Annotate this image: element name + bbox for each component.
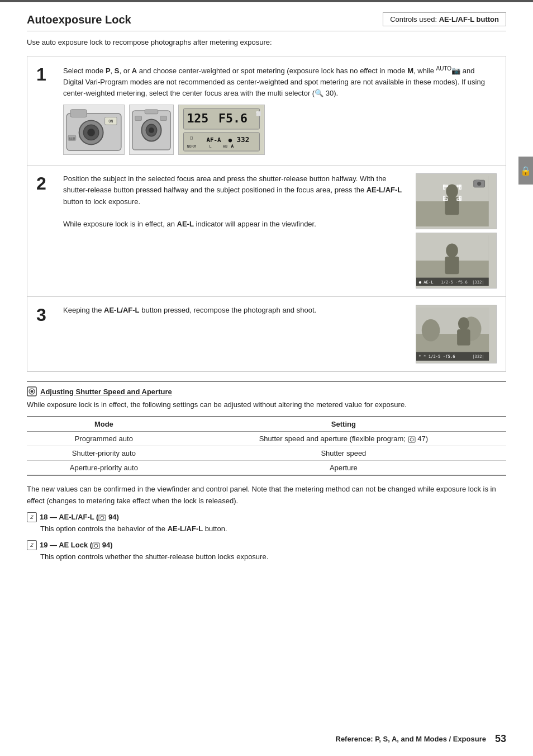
note-18-icon: Z [27, 512, 37, 522]
note-19-block: Z 19 — AE Lock ( 94) This option control… [27, 540, 506, 563]
svg-text:332: 332 [236, 136, 249, 144]
header-row: Autoexposure Lock Controls used: AE-L/AF… [27, 12, 506, 31]
svg-text:●: ● [229, 137, 232, 144]
step-3: 3 Keeping the AE-L/AF-L button pressed, … [27, 297, 506, 371]
right-tab: 🔒 [518, 157, 533, 185]
step-2-images: ● AE-L 1/2·5 ·f5.6 |332| [416, 173, 497, 289]
table-col2-header: Setting [181, 417, 506, 432]
svg-rect-45 [475, 180, 479, 182]
svg-text:● AE-L: ● AE-L [419, 280, 434, 285]
table-row-2-mode: Shutter-priority auto [27, 446, 181, 461]
controls-label: Controls used: [390, 15, 437, 23]
step-2: 2 Position the subject in the selected f… [27, 166, 506, 297]
svg-text:|332|: |332| [472, 355, 484, 360]
svg-text:A: A [231, 144, 234, 149]
note-18-header: Z 18 — AE-L/AF-L ( 94) [27, 512, 506, 522]
table-row-3-setting: Aperture [181, 461, 506, 476]
svg-rect-15 [160, 116, 167, 121]
step-1-display-image: 125 F5.6 ⬜ □ AF-A ● 332 NORM L [178, 105, 265, 155]
svg-point-44 [477, 182, 481, 186]
svg-point-73 [94, 544, 98, 547]
note-18-title: 18 — AE-L/AF-L ( 94) [40, 513, 119, 521]
table-row-3: Aperture-priority auto Aperture [27, 461, 506, 476]
svg-point-71 [101, 516, 104, 519]
step-1-cam-image-1: ON REM [63, 105, 125, 155]
table-row-2: Shutter-priority auto Shutter speed [27, 446, 506, 461]
adjusting-text: While exposure lock is in effect, the fo… [27, 399, 506, 410]
svg-point-60 [458, 317, 469, 330]
svg-text:F5.6: F5.6 [218, 112, 248, 126]
right-tab-icon: 🔒 [520, 166, 531, 176]
steps-container: 1 Select mode P, S, or A and choose cent… [27, 56, 506, 372]
settings-table: Mode Setting Programmed auto Shutter spe… [27, 416, 506, 476]
svg-point-12 [149, 127, 154, 133]
svg-point-67 [31, 390, 34, 393]
step-3-viewfinder: * * 1/2·5 ·f5.6 |332| [416, 305, 497, 363]
svg-text:ON: ON [108, 120, 113, 124]
adjusting-title: Adjusting Shutter Speed and Aperture [40, 388, 172, 396]
note-19-icon: Z [27, 540, 37, 550]
table-row-2-setting: Shutter speed [181, 446, 506, 461]
table-row-1-mode: Programmed auto [27, 432, 181, 446]
intro-text: Use auto exposure lock to recompose phot… [27, 37, 506, 48]
note-19-header: Z 19 — AE Lock ( 94) [27, 540, 506, 550]
table-row-1-setting: Shutter speed and aperture (flexible pro… [181, 432, 506, 446]
svg-text:AF-A: AF-A [207, 137, 221, 144]
svg-point-4 [87, 129, 95, 136]
section-divider [27, 381, 506, 382]
controls-button: AE-L/AF-L button [439, 15, 499, 23]
note-19-text: This option controls whether the shutter… [40, 551, 506, 563]
step-1: 1 Select mode P, S, or A and choose cent… [27, 56, 506, 166]
svg-rect-61 [457, 329, 470, 346]
step-1-number: 1 [36, 65, 56, 83]
step-2-text-2: While exposure lock is in effect, an AE-… [63, 220, 316, 228]
adjusting-header: Adjusting Shutter Speed and Aperture [27, 386, 506, 396]
page: Autoexposure Lock Controls used: AE-L/AF… [0, 0, 533, 756]
svg-text:NORM: NORM [187, 145, 196, 149]
step-2-number: 2 [36, 174, 56, 192]
svg-point-49 [446, 244, 458, 258]
svg-text:⬜: ⬜ [256, 111, 261, 116]
page-footer: Reference: P, S, A, and M Modes / Exposu… [27, 733, 506, 745]
svg-text:* * 1/2·5 ·f5.6: * * 1/2·5 ·f5.6 [418, 355, 455, 360]
svg-rect-1 [70, 110, 87, 117]
table-col1-header: Mode [27, 417, 181, 432]
step-3-images: * * 1/2·5 ·f5.6 |332| [416, 305, 497, 363]
section-title: Autoexposure Lock [27, 12, 131, 26]
svg-rect-13 [145, 110, 158, 114]
controls-used: Controls used: AE-L/AF-L button [383, 12, 506, 26]
table-row-3-mode: Aperture-priority auto [27, 461, 181, 476]
note-19-title: 19 — AE Lock ( 94) [40, 541, 113, 549]
table-row-1: Programmed auto Shutter speed and apertu… [27, 432, 506, 446]
step-2-content: Position the subject in the selected foc… [63, 173, 408, 230]
page-number: 53 [495, 733, 506, 745]
note-18-block: Z 18 — AE-L/AF-L ( 94) This option contr… [27, 512, 506, 535]
step-2-text: Position the subject in the selected foc… [63, 174, 402, 205]
content-area: Autoexposure Lock Controls used: AE-L/AF… [0, 2, 533, 578]
svg-text:REM: REM [69, 137, 75, 140]
note-18-text: This option controls the behavior of the… [40, 523, 506, 535]
step-3-text: Keeping the AE-L/AF-L button pressed, re… [63, 306, 316, 314]
svg-point-69 [410, 438, 413, 441]
svg-text:WB: WB [223, 145, 227, 149]
step-2-viewfinder-1 [416, 173, 497, 229]
footer-text: Reference: P, S, A, and M Modes / Exposu… [336, 735, 486, 743]
svg-text:1/2·5 ·f5.6: 1/2·5 ·f5.6 [441, 280, 468, 285]
step-3-content: Keeping the AE-L/AF-L button pressed, re… [63, 305, 408, 316]
svg-text:|332|: |332| [472, 280, 484, 285]
step-1-cam-image-2 [129, 105, 174, 155]
step-1-images: ON REM [63, 105, 497, 155]
svg-text:L: L [210, 145, 212, 149]
svg-text:□: □ [190, 135, 193, 140]
post-table-text: The new values can be confirmed in the v… [27, 484, 506, 506]
svg-point-58 [422, 319, 440, 342]
step-1-text: Select mode P, S, or A and choose center… [63, 67, 485, 97]
svg-rect-50 [445, 257, 459, 275]
step-1-content: Select mode P, S, or A and choose center… [63, 64, 497, 158]
bottom-section: Adjusting Shutter Speed and Aperture Whi… [27, 381, 506, 563]
step-3-number: 3 [36, 306, 56, 324]
svg-rect-14 [135, 116, 142, 121]
camera-icon [27, 386, 37, 396]
svg-text:125: 125 [187, 112, 208, 126]
step-2-viewfinder-2: ● AE-L 1/2·5 ·f5.6 |332| [416, 233, 497, 289]
